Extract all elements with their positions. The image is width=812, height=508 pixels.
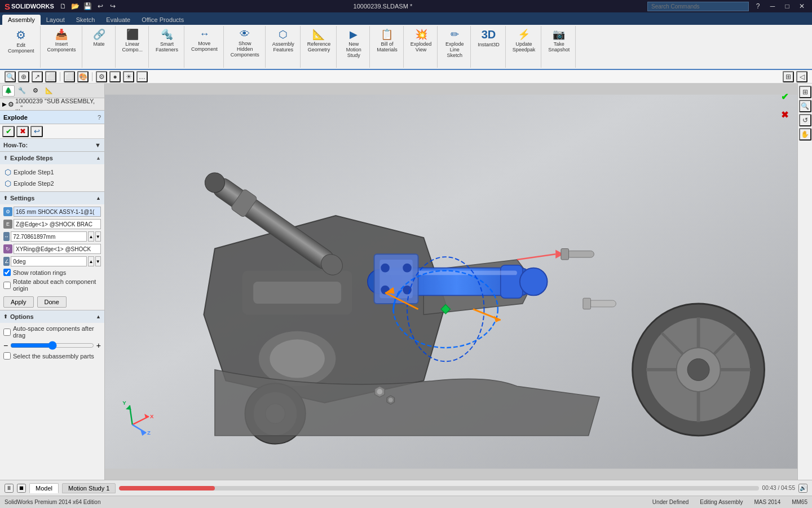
- explode-cancel-btn[interactable]: ✖: [16, 126, 29, 137]
- viewport-confirm-btn[interactable]: ✔: [777, 89, 792, 104]
- rs-zoom-btn[interactable]: 🔍: [799, 100, 811, 112]
- howto-header[interactable]: How-To: ▼: [0, 139, 104, 151]
- insert-components-btn[interactable]: 📥 InsertComponents: [45, 27, 78, 54]
- select-subassembly-checkbox[interactable]: [3, 352, 11, 360]
- exploded-view-btn[interactable]: 💥 ExplodedView: [408, 27, 434, 54]
- spacing-slider[interactable]: [10, 341, 94, 350]
- prev-view-btn[interactable]: ◁: [796, 71, 807, 82]
- tab-layout[interactable]: Layout: [41, 15, 70, 25]
- close-btn[interactable]: ✕: [796, 1, 807, 12]
- section-view-btn[interactable]: ⚙: [96, 71, 107, 82]
- step-1-icon: ⬡: [5, 168, 11, 177]
- tab-evaluate[interactable]: Evaluate: [100, 15, 136, 25]
- tab-office-products[interactable]: Office Products: [136, 15, 189, 25]
- stop-btn[interactable]: ⏹: [17, 484, 26, 493]
- explode-back-btn[interactable]: ↩: [30, 126, 43, 137]
- take-snapshot-btn[interactable]: 📷 TakeSnapshot: [546, 27, 572, 54]
- zoom-to-fit-btn[interactable]: 🔍: [5, 71, 16, 82]
- svg-rect-26: [561, 249, 569, 260]
- view-select-btn[interactable]: ⬜: [45, 71, 56, 82]
- bill-materials-btn[interactable]: 📋 Bill ofMaterials: [374, 27, 400, 54]
- feature-manager-tab[interactable]: 🌲: [2, 85, 15, 97]
- save-btn[interactable]: 💾: [82, 1, 94, 12]
- command-search-input[interactable]: [647, 2, 749, 11]
- settings-button-row: Apply Done: [3, 296, 101, 308]
- app-edition-label: SolidWorks Premium 2014 x64 Edition: [5, 499, 641, 505]
- maximize-btn[interactable]: □: [782, 1, 793, 12]
- rs-view-selector-btn[interactable]: ⊞: [799, 86, 811, 98]
- apply-btn[interactable]: Apply: [3, 296, 34, 308]
- config-manager-tab[interactable]: ⚙: [29, 85, 42, 97]
- viewport-actions: ✔ ✖: [777, 89, 792, 122]
- new-motion-study-btn[interactable]: ▶ NewMotionStudy: [341, 27, 366, 59]
- distance-field[interactable]: [11, 231, 87, 242]
- edit-component-btn[interactable]: ⚙ EditComponent: [6, 27, 37, 55]
- show-rotation-rings-checkbox[interactable]: [3, 269, 11, 276]
- zoom-area-btn[interactable]: ↗: [32, 71, 43, 82]
- open-btn[interactable]: 📂: [70, 1, 81, 12]
- component-field[interactable]: [14, 207, 101, 217]
- edge-field[interactable]: [14, 219, 101, 229]
- auto-space-checkbox[interactable]: [3, 329, 11, 336]
- explode-step-2[interactable]: ⬡ Explode Step2: [2, 178, 102, 189]
- explode-line-btn[interactable]: ✏ ExplodeLineSketch: [442, 27, 467, 59]
- quick-access-buttons: 🗋 📂 💾 ↩ ↪: [58, 1, 118, 12]
- tab-sketch[interactable]: Sketch: [70, 15, 101, 25]
- rs-pan-btn[interactable]: ✋: [799, 128, 811, 141]
- ribbon-group-bom: 📋 Bill ofMaterials: [371, 26, 404, 68]
- spacing-decrease-btn[interactable]: −: [3, 341, 8, 350]
- property-manager-tab[interactable]: 🔧: [16, 85, 28, 97]
- help-btn[interactable]: ?: [752, 1, 764, 12]
- viewport-cancel-btn[interactable]: ✖: [777, 107, 792, 122]
- undo-btn[interactable]: ↩: [95, 1, 106, 12]
- linear-component-btn[interactable]: ⬛ LinearCompo...: [120, 27, 145, 54]
- select-subassembly-label: Select the subassembly parts: [13, 353, 94, 360]
- dim-expert-tab[interactable]: 📐: [43, 85, 55, 97]
- document-title: 10000239.SLDASM *: [118, 3, 647, 10]
- explode-help-btn[interactable]: ?: [98, 114, 101, 121]
- explode-confirm-btn[interactable]: ✔: [2, 126, 15, 137]
- axis-field-row: ↻: [3, 244, 101, 254]
- reference-geometry-btn[interactable]: 📐 ReferenceGeometry: [305, 27, 333, 54]
- rs-rotate-btn[interactable]: ↺: [799, 114, 811, 126]
- done-btn[interactable]: Done: [37, 296, 67, 308]
- play-pause-btn[interactable]: ⏸: [5, 484, 14, 493]
- mate-btn[interactable]: 🔗 Mate: [87, 27, 112, 48]
- spacing-increase-btn[interactable]: +: [96, 341, 101, 350]
- show-rotation-rings-row: Show rotation rings: [3, 269, 101, 276]
- instant3d-btn[interactable]: 3D Instant3D: [475, 27, 502, 49]
- scene-btn[interactable]: …: [136, 71, 148, 82]
- audio-btn[interactable]: 🔊: [798, 484, 807, 493]
- viewport[interactable]: X Y Z ✔ ✖: [105, 84, 797, 480]
- minimize-btn[interactable]: ─: [767, 1, 778, 12]
- tree-expand-icon: ▶: [2, 101, 7, 107]
- tab-assembly[interactable]: Assembly: [2, 15, 41, 25]
- model-tab[interactable]: Model: [29, 483, 59, 493]
- ribbon-group-smart-fasteners: 🔩 SmartFasteners: [150, 26, 184, 68]
- distance-spin-down[interactable]: ▼: [95, 231, 101, 242]
- lighting-btn[interactable]: ●: [109, 71, 121, 82]
- show-hidden-btn[interactable]: 👁 ShowHiddenComponents: [228, 27, 262, 59]
- axis-field[interactable]: [14, 244, 101, 254]
- explode-step-1[interactable]: ⬡ Explode Step1: [2, 167, 102, 178]
- hide-show-btn[interactable]: 🎨: [77, 71, 89, 82]
- distance-spin-up[interactable]: ▲: [88, 231, 94, 242]
- step-1-label: Explode Step1: [14, 169, 54, 176]
- rotate-about-checkbox[interactable]: [3, 282, 11, 289]
- assembly-features-btn[interactable]: ⬡ AssemblyFeatures: [270, 27, 297, 54]
- ribbon-group-reference: 📐 ReferenceGeometry: [302, 26, 337, 68]
- motion-study-tab[interactable]: Motion Study 1: [62, 483, 116, 493]
- new-btn[interactable]: 🗋: [58, 1, 69, 12]
- zoom-btn[interactable]: ⊕: [18, 71, 29, 82]
- angle-field[interactable]: [11, 256, 87, 266]
- appearance-btn[interactable]: ☀: [123, 71, 134, 82]
- smart-fasteners-btn[interactable]: 🔩 SmartFasteners: [153, 27, 180, 54]
- angle-spin-down[interactable]: ▼: [95, 256, 101, 266]
- view-options-btn[interactable]: ⊞: [783, 71, 794, 82]
- angle-spin-up[interactable]: ▲: [88, 256, 94, 266]
- move-component-btn[interactable]: ↔ MoveComponent: [189, 27, 220, 53]
- update-speedpak-btn[interactable]: ⚡ UpdateSpeedpak: [510, 27, 538, 54]
- explode-title: Explode: [3, 114, 28, 121]
- redo-btn[interactable]: ↪: [107, 1, 118, 12]
- display-style-btn[interactable]: ⬜: [64, 71, 75, 82]
